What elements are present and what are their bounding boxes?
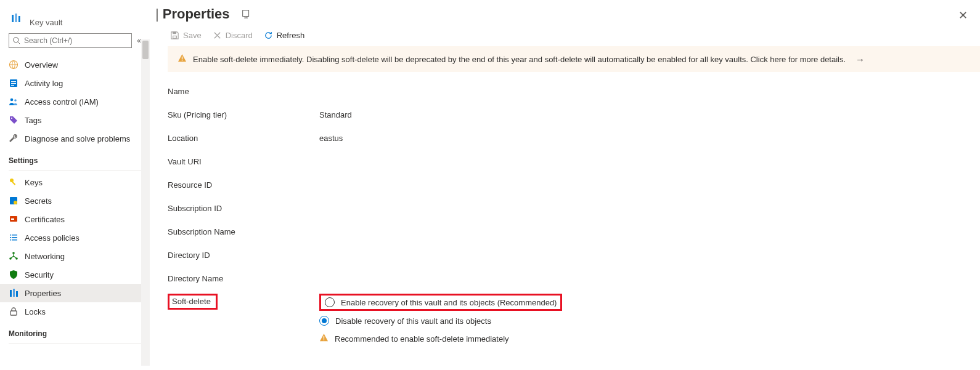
svg-rect-16: [11, 218, 14, 219]
divider: [9, 170, 141, 171]
highlight-softdelete-label: Soft-delete: [168, 294, 218, 310]
collapse-sidebar-icon[interactable]: «: [137, 36, 141, 45]
prop-label: Location: [168, 134, 319, 143]
sidebar-item-keys[interactable]: Keys: [0, 173, 150, 191]
close-icon[interactable]: ✕: [958, 9, 968, 22]
prop-row-vault-uri: Vault URI: [168, 150, 980, 173]
highlight-softdelete-enable: Enable recovery of this vault and its ob…: [319, 294, 562, 311]
svg-rect-20: [10, 237, 11, 238]
sidebar-header: Key vault: [0, 0, 150, 31]
prop-value: eastus: [319, 134, 343, 143]
banner-text: Enable soft-delete immediately. Disablin…: [193, 55, 846, 64]
svg-rect-31: [242, 10, 248, 17]
key-vault-icon: [9, 11, 23, 26]
sidebar-item-networking[interactable]: Networking: [0, 247, 150, 265]
nav-label: Diagnose and solve problems: [25, 134, 130, 143]
svg-point-9: [14, 99, 17, 102]
discard-label: Discard: [226, 31, 253, 40]
nav-label: Locks: [25, 307, 46, 316]
svg-rect-28: [13, 289, 15, 297]
divider: [9, 343, 141, 344]
sidebar-item-properties[interactable]: Properties: [0, 284, 150, 302]
svg-rect-6: [11, 83, 16, 84]
nav-label: Access policies: [25, 233, 80, 243]
svg-rect-30: [10, 311, 17, 315]
svg-rect-18: [10, 235, 11, 236]
nav-label: Tags: [25, 116, 41, 125]
section-heading-settings: Settings: [0, 148, 150, 169]
nav-label: Access control (IAM): [25, 97, 99, 107]
prop-row-subscription-id: Subscription ID: [168, 196, 980, 220]
prop-label: Vault URI: [168, 157, 319, 166]
radio-label: Disable recovery of this vault and its o…: [335, 316, 491, 326]
save-icon: [170, 31, 179, 40]
svg-rect-29: [16, 291, 18, 297]
shield-icon: [9, 270, 18, 280]
discard-button[interactable]: Discard: [213, 31, 253, 40]
softdelete-recommendation: Recommended to enable soft-delete immedi…: [319, 333, 562, 344]
sidebar-item-security[interactable]: Security: [0, 265, 150, 284]
pin-icon[interactable]: [241, 9, 252, 20]
svg-rect-19: [12, 235, 17, 236]
softdelete-radio-group: Enable recovery of this vault and its ob…: [319, 294, 562, 344]
tag-icon: [9, 115, 18, 125]
svg-rect-15: [10, 216, 17, 222]
discard-icon: [213, 31, 222, 40]
resource-type-label: Key vault: [30, 18, 62, 27]
sidebar-item-overview[interactable]: Overview: [0, 55, 150, 74]
people-icon: [9, 97, 18, 107]
title-separator: |: [155, 6, 159, 22]
radio-enable-recovery[interactable]: Enable recovery of this vault and its ob…: [325, 297, 557, 307]
refresh-button[interactable]: Refresh: [264, 31, 305, 40]
sidebar-item-activity-log[interactable]: Activity log: [0, 74, 150, 92]
warning-banner[interactable]: Enable soft-delete immediately. Disablin…: [168, 46, 980, 72]
sidebar-item-access-policies[interactable]: Access policies: [0, 228, 150, 247]
sidebar-item-tags[interactable]: Tags: [0, 111, 150, 129]
sidebar-search-input[interactable]: [9, 33, 132, 48]
sidebar-search-field[interactable]: [24, 36, 128, 45]
refresh-label: Refresh: [277, 31, 305, 40]
sidebar-item-diagnose[interactable]: Diagnose and solve problems: [0, 129, 150, 148]
radio-icon: [325, 297, 335, 307]
refresh-icon: [264, 31, 273, 40]
wrench-icon: [9, 134, 18, 143]
save-label: Save: [183, 31, 202, 40]
network-icon: [9, 251, 18, 261]
search-icon: [13, 37, 20, 44]
radio-label: Enable recovery of this vault and its ob…: [341, 298, 557, 307]
sidebar-item-access-control[interactable]: Access control (IAM): [0, 92, 150, 111]
prop-row-directory-name: Directory Name: [168, 267, 980, 290]
prop-row-sku: Sku (Pricing tier) Standard: [168, 103, 980, 126]
warning-icon: [178, 54, 187, 65]
svg-rect-12: [12, 182, 16, 185]
prop-row-subscription-name: Subscription Name: [168, 220, 980, 243]
section-heading-monitoring: Monitoring: [0, 321, 150, 342]
svg-rect-7: [11, 85, 14, 86]
save-button[interactable]: Save: [170, 31, 202, 40]
nav-label: Keys: [25, 178, 43, 187]
sidebar-item-secrets[interactable]: Secrets: [0, 191, 150, 210]
sidebar-item-locks[interactable]: Locks: [0, 302, 150, 321]
globe-icon: [9, 60, 18, 70]
sidebar-scrollbar[interactable]: [141, 39, 150, 366]
svg-rect-2: [18, 16, 20, 22]
nav-label: Certificates: [25, 215, 65, 224]
svg-rect-34: [182, 57, 182, 60]
nav-label: Networking: [25, 252, 65, 261]
scrollbar-thumb[interactable]: [142, 41, 149, 59]
svg-rect-36: [324, 336, 324, 339]
prop-label: Directory ID: [168, 251, 319, 260]
svg-rect-5: [11, 81, 16, 82]
svg-point-14: [14, 201, 17, 204]
svg-point-10: [11, 118, 12, 119]
prop-row-softdelete: Soft-delete Enable recovery of this vaul…: [168, 290, 980, 344]
svg-point-24: [12, 252, 15, 254]
secret-icon: [9, 196, 18, 206]
warning-icon: [319, 333, 329, 344]
nav-label: Properties: [25, 289, 61, 298]
main-content: | Properties ✕ Save Discard Refresh Enab…: [155, 0, 980, 370]
prop-label: Directory Name: [168, 274, 319, 283]
prop-label-softdelete: Soft-delete: [168, 294, 319, 310]
sidebar-item-certificates[interactable]: Certificates: [0, 210, 150, 228]
radio-disable-recovery[interactable]: Disable recovery of this vault and its o…: [319, 316, 562, 326]
